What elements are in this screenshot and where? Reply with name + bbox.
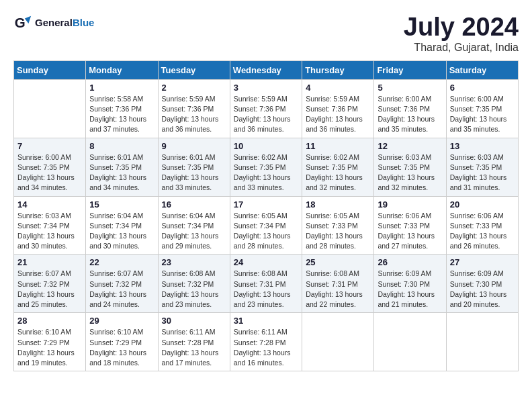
calendar-week-row: 1Sunrise: 5:58 AMSunset: 7:36 PMDaylight…: [14, 79, 519, 138]
calendar-cell: 17Sunrise: 6:05 AMSunset: 7:34 PMDayligh…: [230, 196, 302, 255]
day-info: Sunrise: 6:11 AMSunset: 7:28 PMDaylight:…: [234, 327, 298, 368]
day-number: 19: [378, 199, 442, 210]
day-number: 8: [89, 141, 154, 151]
calendar-cell: 19Sunrise: 6:06 AMSunset: 7:33 PMDayligh…: [374, 196, 446, 255]
day-number: 9: [162, 141, 226, 151]
day-info: Sunrise: 6:03 AMSunset: 7:35 PMDaylight:…: [378, 152, 442, 193]
logo-icon: G: [13, 13, 32, 32]
day-info: Sunrise: 6:05 AMSunset: 7:33 PMDaylight:…: [306, 211, 370, 252]
day-number: 13: [450, 141, 515, 151]
calendar-cell: 8Sunrise: 6:01 AMSunset: 7:35 PMDaylight…: [86, 138, 158, 196]
day-info: Sunrise: 6:06 AMSunset: 7:33 PMDaylight:…: [450, 211, 515, 252]
day-number: 26: [378, 257, 442, 267]
calendar-cell: [14, 79, 86, 138]
calendar-cell: 5Sunrise: 6:00 AMSunset: 7:36 PMDaylight…: [374, 79, 446, 138]
day-number: 16: [162, 199, 226, 210]
day-number: 14: [17, 199, 82, 210]
day-number: 21: [17, 257, 82, 267]
day-number: 3: [234, 83, 298, 93]
day-number: 27: [450, 257, 515, 267]
day-info: Sunrise: 6:11 AMSunset: 7:28 PMDaylight:…: [162, 327, 226, 368]
day-number: 4: [306, 83, 370, 93]
calendar-cell: 24Sunrise: 6:08 AMSunset: 7:31 PMDayligh…: [230, 255, 302, 313]
day-number: 7: [17, 141, 82, 151]
calendar-cell: 25Sunrise: 6:08 AMSunset: 7:31 PMDayligh…: [302, 255, 374, 313]
calendar-cell: 21Sunrise: 6:07 AMSunset: 7:32 PMDayligh…: [14, 255, 86, 313]
calendar-cell: 7Sunrise: 6:00 AMSunset: 7:35 PMDaylight…: [14, 138, 86, 196]
day-info: Sunrise: 6:03 AMSunset: 7:34 PMDaylight:…: [17, 211, 82, 252]
calendar-cell: [446, 313, 518, 371]
page-header: G GeneralBlue July 2024 Tharad, Gujarat,…: [13, 13, 519, 54]
day-number: 24: [234, 257, 298, 267]
day-info: Sunrise: 6:02 AMSunset: 7:35 PMDaylight:…: [234, 152, 298, 193]
calendar-week-row: 7Sunrise: 6:00 AMSunset: 7:35 PMDaylight…: [14, 138, 519, 196]
day-info: Sunrise: 6:01 AMSunset: 7:35 PMDaylight:…: [89, 152, 154, 193]
calendar-cell: 26Sunrise: 6:09 AMSunset: 7:30 PMDayligh…: [374, 255, 446, 313]
day-number: 18: [306, 199, 370, 210]
day-info: Sunrise: 6:08 AMSunset: 7:32 PMDaylight:…: [162, 269, 226, 310]
day-info: Sunrise: 6:07 AMSunset: 7:32 PMDaylight:…: [17, 269, 82, 310]
calendar-cell: 20Sunrise: 6:06 AMSunset: 7:33 PMDayligh…: [446, 196, 518, 255]
day-number: 15: [89, 199, 154, 210]
weekday-header-thursday: Thursday: [302, 60, 374, 79]
month-title: July 2024: [404, 13, 519, 42]
calendar-cell: 1Sunrise: 5:58 AMSunset: 7:36 PMDaylight…: [86, 79, 158, 138]
day-info: Sunrise: 6:08 AMSunset: 7:31 PMDaylight:…: [306, 269, 370, 310]
calendar-cell: 14Sunrise: 6:03 AMSunset: 7:34 PMDayligh…: [14, 196, 86, 255]
day-number: 17: [234, 199, 298, 210]
calendar-cell: 31Sunrise: 6:11 AMSunset: 7:28 PMDayligh…: [230, 313, 302, 371]
calendar-cell: [374, 313, 446, 371]
logo: G GeneralBlue: [13, 13, 94, 32]
title-block: July 2024 Tharad, Gujarat, India: [404, 13, 519, 54]
svg-text:G: G: [15, 15, 26, 30]
calendar-cell: 22Sunrise: 6:07 AMSunset: 7:32 PMDayligh…: [86, 255, 158, 313]
logo-text: GeneralBlue: [35, 17, 94, 29]
day-number: 1: [89, 83, 154, 93]
day-info: Sunrise: 6:04 AMSunset: 7:34 PMDaylight:…: [162, 211, 226, 252]
day-info: Sunrise: 6:10 AMSunset: 7:29 PMDaylight:…: [17, 327, 82, 368]
day-number: 12: [378, 141, 442, 151]
svg-marker-1: [25, 16, 31, 24]
day-info: Sunrise: 6:05 AMSunset: 7:34 PMDaylight:…: [234, 211, 298, 252]
calendar-cell: 10Sunrise: 6:02 AMSunset: 7:35 PMDayligh…: [230, 138, 302, 196]
day-info: Sunrise: 6:00 AMSunset: 7:35 PMDaylight:…: [450, 94, 515, 135]
calendar-cell: 27Sunrise: 6:09 AMSunset: 7:30 PMDayligh…: [446, 255, 518, 313]
day-number: 22: [89, 257, 154, 267]
weekday-header-wednesday: Wednesday: [230, 60, 302, 79]
day-info: Sunrise: 6:02 AMSunset: 7:35 PMDaylight:…: [306, 152, 370, 193]
day-number: 25: [306, 257, 370, 267]
day-info: Sunrise: 6:00 AMSunset: 7:35 PMDaylight:…: [17, 152, 82, 193]
weekday-header-monday: Monday: [86, 60, 158, 79]
calendar-cell: 6Sunrise: 6:00 AMSunset: 7:35 PMDaylight…: [446, 79, 518, 138]
weekday-header-sunday: Sunday: [14, 60, 86, 79]
day-number: 28: [17, 316, 82, 326]
calendar-cell: 4Sunrise: 5:59 AMSunset: 7:36 PMDaylight…: [302, 79, 374, 138]
calendar-cell: 12Sunrise: 6:03 AMSunset: 7:35 PMDayligh…: [374, 138, 446, 196]
calendar-cell: 2Sunrise: 5:59 AMSunset: 7:36 PMDaylight…: [158, 79, 230, 138]
day-info: Sunrise: 6:01 AMSunset: 7:35 PMDaylight:…: [162, 152, 226, 193]
calendar-cell: 11Sunrise: 6:02 AMSunset: 7:35 PMDayligh…: [302, 138, 374, 196]
calendar-week-row: 21Sunrise: 6:07 AMSunset: 7:32 PMDayligh…: [14, 255, 519, 313]
weekday-header-friday: Friday: [374, 60, 446, 79]
day-number: 5: [378, 83, 442, 93]
calendar-cell: 13Sunrise: 6:03 AMSunset: 7:35 PMDayligh…: [446, 138, 518, 196]
calendar-cell: 3Sunrise: 5:59 AMSunset: 7:36 PMDaylight…: [230, 79, 302, 138]
day-info: Sunrise: 6:09 AMSunset: 7:30 PMDaylight:…: [378, 269, 442, 310]
day-number: 20: [450, 199, 515, 210]
day-number: 23: [162, 257, 226, 267]
day-info: Sunrise: 6:00 AMSunset: 7:36 PMDaylight:…: [378, 94, 442, 135]
calendar-table: SundayMondayTuesdayWednesdayThursdayFrid…: [13, 60, 519, 371]
day-info: Sunrise: 6:10 AMSunset: 7:29 PMDaylight:…: [89, 327, 154, 368]
calendar-cell: 18Sunrise: 6:05 AMSunset: 7:33 PMDayligh…: [302, 196, 374, 255]
day-number: 31: [234, 316, 298, 326]
location-title: Tharad, Gujarat, India: [404, 42, 519, 54]
day-info: Sunrise: 6:04 AMSunset: 7:34 PMDaylight:…: [89, 211, 154, 252]
calendar-cell: 9Sunrise: 6:01 AMSunset: 7:35 PMDaylight…: [158, 138, 230, 196]
day-number: 10: [234, 141, 298, 151]
day-info: Sunrise: 5:59 AMSunset: 7:36 PMDaylight:…: [234, 94, 298, 135]
weekday-header-saturday: Saturday: [446, 60, 518, 79]
day-info: Sunrise: 6:07 AMSunset: 7:32 PMDaylight:…: [89, 269, 154, 310]
calendar-cell: 28Sunrise: 6:10 AMSunset: 7:29 PMDayligh…: [14, 313, 86, 371]
calendar-cell: 16Sunrise: 6:04 AMSunset: 7:34 PMDayligh…: [158, 196, 230, 255]
calendar-week-row: 14Sunrise: 6:03 AMSunset: 7:34 PMDayligh…: [14, 196, 519, 255]
